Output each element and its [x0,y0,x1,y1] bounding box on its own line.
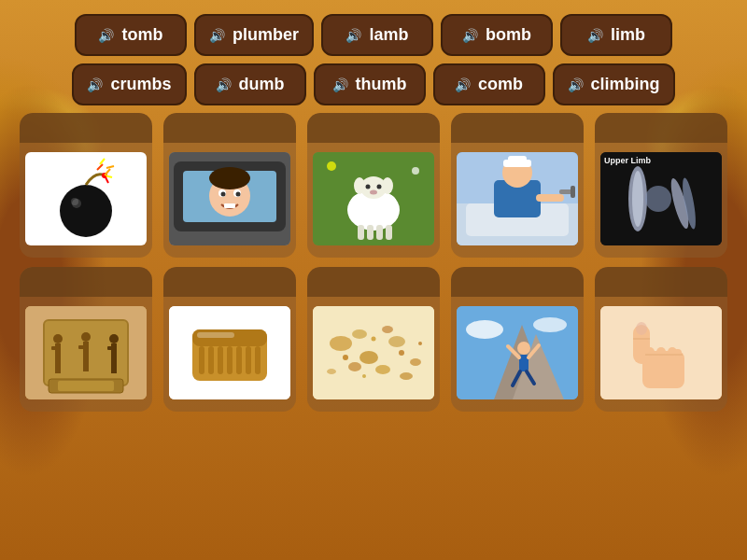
card-lamb[interactable] [307,113,440,258]
svg-rect-65 [83,342,89,360]
svg-rect-83 [236,346,242,374]
svg-point-69 [109,334,119,343]
svg-rect-38 [386,225,392,240]
card-img-comb [169,306,290,399]
card-label-tomb-img [20,267,152,297]
card-label-thumb-img [595,267,727,297]
svg-rect-73 [114,362,117,373]
card-img-limb: Upper Limb [600,152,722,245]
svg-point-88 [330,336,352,351]
svg-point-64 [81,332,91,342]
svg-rect-86 [197,332,234,338]
svg-point-102 [418,342,422,345]
svg-text:Upper Limb: Upper Limb [604,156,652,165]
card-climbing[interactable] [451,267,584,412]
svg-rect-61 [51,346,59,350]
svg-rect-81 [218,346,223,374]
speaker-icon-tomb: 🔊 [98,28,114,43]
svg-point-17 [221,191,226,196]
card-img-crumbs [313,306,434,399]
card-comb[interactable] [163,267,296,412]
svg-point-123 [636,322,647,335]
svg-point-32 [366,184,371,189]
card-img-bomb [25,152,147,245]
svg-rect-19 [224,203,235,208]
svg-point-90 [388,336,405,347]
card-label-bomb [20,113,152,143]
svg-rect-63 [58,362,61,373]
word-btn-dumb[interactable]: 🔊 dumb [194,63,306,105]
card-person[interactable] [163,113,296,258]
word-btn-tomb[interactable]: 🔊 tomb [75,14,187,56]
svg-rect-75 [58,381,114,391]
word-btn-bomb[interactable]: 🔊 bomb [441,14,553,56]
word-buttons-row1: 🔊 tomb 🔊 plumber 🔊 lamb 🔊 bomb 🔊 limb [19,14,728,56]
word-label-climbing: climbing [591,75,660,94]
card-label-climbing-img [451,267,584,297]
svg-point-96 [352,329,367,339]
svg-rect-71 [107,346,115,350]
word-btn-lamb[interactable]: 🔊 lamb [321,14,433,56]
speaker-icon-climbing: 🔊 [568,77,584,92]
svg-rect-119 [673,349,682,357]
svg-line-7 [97,164,103,170]
svg-rect-80 [208,346,214,374]
svg-rect-45 [508,156,527,165]
svg-point-28 [374,204,391,221]
word-label-crumbs: crumbs [110,75,171,94]
card-plumber[interactable] [451,113,584,258]
card-img-plumber [457,152,578,245]
word-btn-comb[interactable]: 🔊 comb [433,63,545,105]
svg-point-14 [209,167,250,189]
svg-point-94 [327,369,336,374]
svg-point-105 [533,317,567,332]
word-label-comb: comb [478,75,523,94]
svg-rect-85 [255,346,261,374]
card-img-climbing [457,306,578,399]
svg-point-54 [645,186,671,212]
svg-line-9 [100,159,105,164]
card-label-plumber [451,113,584,143]
card-img-lamb [313,152,434,245]
word-label-plumber: plumber [233,25,299,45]
card-limb[interactable]: Upper Limb [595,113,727,258]
card-label-crumbs-img [307,267,440,297]
word-btn-limb[interactable]: 🔊 limb [560,14,672,56]
card-tomb[interactable] [20,267,152,412]
svg-point-108 [517,342,530,355]
word-label-tomb: tomb [121,25,162,45]
svg-point-97 [382,326,393,333]
svg-rect-72 [111,362,114,373]
word-label-limb: limb [611,25,645,45]
svg-rect-37 [376,225,383,240]
svg-point-31 [382,177,393,194]
word-btn-plumber[interactable]: 🔊 plumber [194,14,314,56]
card-crumbs[interactable] [307,267,440,412]
word-label-bomb: bomb [486,25,531,45]
svg-point-104 [466,320,503,339]
svg-point-101 [362,374,366,378]
card-label-limb [595,113,727,143]
svg-rect-66 [78,345,86,349]
card-label-person [163,113,296,143]
speaker-icon-plumber: 🔊 [209,28,225,43]
svg-point-21 [327,161,336,171]
word-btn-crumbs[interactable]: 🔊 crumbs [72,63,186,105]
svg-rect-68 [86,360,89,371]
svg-rect-82 [227,346,233,374]
svg-point-33 [377,184,382,189]
word-label-dumb: dumb [239,75,285,94]
svg-point-51 [632,171,643,227]
card-img-thumb [600,306,722,399]
svg-line-8 [106,166,114,168]
word-btn-climbing[interactable]: 🔊 climbing [553,63,675,105]
word-label-thumb: thumb [356,75,407,94]
svg-point-30 [354,177,365,194]
svg-rect-62 [55,362,58,373]
card-bomb[interactable] [20,113,152,258]
word-btn-thumb[interactable]: 🔊 thumb [314,63,426,105]
svg-point-91 [348,362,361,371]
svg-point-18 [236,191,241,196]
card-thumb[interactable] [595,267,727,412]
card-label-comb-img [163,267,296,297]
